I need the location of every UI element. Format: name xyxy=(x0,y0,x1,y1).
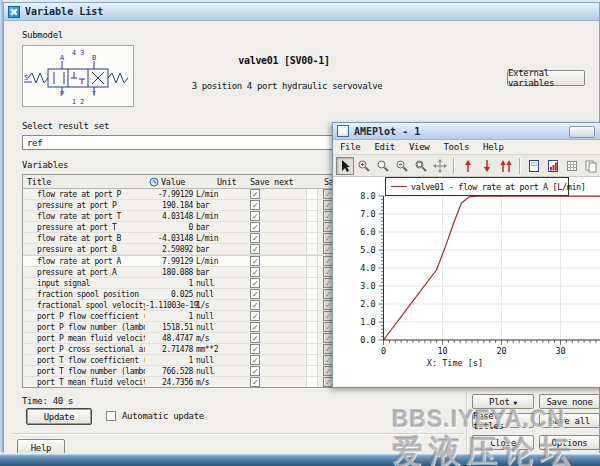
variable-unit: null xyxy=(193,290,243,299)
save-next-checkbox[interactable]: ✓ xyxy=(250,211,260,221)
save-next-checkbox[interactable]: ✓ xyxy=(250,189,260,199)
save-next-checkbox[interactable]: ✓ xyxy=(250,355,260,365)
chart: 0.01.02.03.04.05.06.07.08.00102030X: Tim… xyxy=(333,177,600,385)
save-next-checkbox[interactable]: ✓ xyxy=(250,344,260,354)
variable-title: pressure at port B xyxy=(23,245,145,254)
automatic-update-checkbox[interactable] xyxy=(106,411,116,421)
plot-canvas[interactable]: valve01 - flow rate at port A [L/min] 0.… xyxy=(333,177,600,386)
variable-value: 2.59892 xyxy=(145,245,193,254)
menu-tools[interactable]: Tools xyxy=(436,142,476,152)
options-button[interactable]: Options xyxy=(539,435,600,450)
valve-label-port-p: P xyxy=(60,90,64,98)
plot-legend[interactable]: valve01 - flow rate at port A [L/min] xyxy=(385,177,569,196)
variable-value: 48.4747 xyxy=(145,334,193,343)
save-next-checkbox[interactable]: ✓ xyxy=(250,289,260,299)
submodel-label: Submodel xyxy=(22,30,63,40)
menu-file[interactable]: File xyxy=(333,142,367,152)
menu-edit[interactable]: Edit xyxy=(367,142,401,152)
select-cursor-icon[interactable] xyxy=(336,157,354,175)
window-frame-bottom xyxy=(0,453,600,466)
ameplot-menubar: File Edit View Tools Help xyxy=(333,140,600,155)
svg-text:20: 20 xyxy=(496,346,506,356)
column-gap xyxy=(306,355,318,365)
svg-text:X: Time [s]: X: Time [s] xyxy=(427,358,483,368)
toolbar-separator xyxy=(519,158,521,174)
menu-view[interactable]: View xyxy=(402,142,436,152)
variable-unit: L/min xyxy=(193,190,243,199)
column-gap xyxy=(306,278,318,288)
save-next-checkbox[interactable]: ✓ xyxy=(250,267,260,277)
save-next-checkbox[interactable]: ✓ xyxy=(250,233,260,243)
column-gap xyxy=(306,189,318,199)
variable-title: pressure at port A xyxy=(23,268,145,277)
save-next-checkbox[interactable]: ✓ xyxy=(250,278,260,288)
svg-text:30: 30 xyxy=(555,346,565,356)
variable-list-titlebar[interactable]: Variable List xyxy=(4,3,599,21)
variable-title: port T mean fluid velocity xyxy=(23,378,145,387)
histogram-icon[interactable] xyxy=(544,157,562,175)
variable-unit: null xyxy=(193,279,243,288)
legend-line-sample xyxy=(391,186,407,187)
save-next-checkbox[interactable]: ✓ xyxy=(250,333,260,343)
svg-text:7.0: 7.0 xyxy=(360,209,375,219)
all-curves-icon[interactable] xyxy=(497,157,515,175)
save-none-button[interactable]: Save none xyxy=(539,394,600,409)
variable-value: 2.71478 xyxy=(145,345,193,354)
variable-value: -4.03148 xyxy=(145,234,193,243)
save-next-checkbox[interactable]: ✓ xyxy=(250,200,260,210)
save-next-checkbox[interactable]: ✓ xyxy=(250,222,260,232)
save-next-checkbox[interactable]: ✓ xyxy=(250,366,260,376)
grid-icon[interactable] xyxy=(563,157,581,175)
save-next-checkbox[interactable]: ✓ xyxy=(250,300,260,310)
reset-titles-button[interactable]: Reset titles xyxy=(472,413,534,428)
external-variables-button[interactable]: External variables xyxy=(507,70,585,86)
legend-text: valve01 - flow rate at port A [L/min] xyxy=(411,182,586,192)
variable-value: 4.03148 xyxy=(145,212,193,221)
variable-unit: mm**2 xyxy=(193,345,243,354)
variable-value: 766.528 xyxy=(145,367,193,376)
svg-text:10: 10 xyxy=(437,346,447,356)
zoom-in-icon[interactable] xyxy=(355,157,373,175)
save-next-checkbox[interactable]: ✓ xyxy=(250,244,260,254)
save-next-checkbox[interactable]: ✓ xyxy=(250,377,260,387)
next-curve-icon[interactable] xyxy=(478,157,496,175)
zoom-out-icon[interactable] xyxy=(393,157,411,175)
new-page-icon[interactable] xyxy=(525,157,543,175)
variable-unit: bar xyxy=(193,201,243,210)
svg-text:5.0: 5.0 xyxy=(360,245,375,255)
variable-title: port P cross sectional area xyxy=(23,345,145,354)
variable-title: input signal xyxy=(23,279,145,288)
plot-button[interactable]: Plot▼ xyxy=(472,394,534,409)
update-button[interactable]: Update xyxy=(26,408,92,425)
svg-text:4.0: 4.0 xyxy=(360,263,375,273)
save-all-button[interactable]: Save all xyxy=(539,413,600,428)
variable-title: pressure at port P xyxy=(23,201,145,210)
pan-icon[interactable] xyxy=(431,157,449,175)
window-frame-left xyxy=(0,0,3,452)
valve-label-port-b: B xyxy=(92,54,96,62)
variable-value: 7.99129 xyxy=(145,257,193,266)
copy-page-icon[interactable] xyxy=(582,157,600,175)
column-header-save-next[interactable]: Save next xyxy=(243,177,306,187)
column-header-value[interactable]: Value xyxy=(145,177,193,187)
ameplot-titlebar[interactable]: AMEPlot - 1 xyxy=(333,123,600,140)
window-control-button[interactable] xyxy=(569,126,595,138)
save-next-checkbox[interactable]: ✓ xyxy=(250,322,260,332)
menu-help[interactable]: Help xyxy=(476,142,510,152)
svg-text:2.0: 2.0 xyxy=(360,299,375,309)
close-button[interactable]: Close xyxy=(472,435,534,450)
column-header-title[interactable]: Title xyxy=(23,177,145,187)
variable-title: fractional spool velocity xyxy=(23,301,145,310)
column-header-unit[interactable]: Unit xyxy=(193,177,243,187)
variable-unit: L/min xyxy=(193,234,243,243)
column-gap xyxy=(306,322,318,332)
save-next-checkbox[interactable]: ✓ xyxy=(250,311,260,321)
variable-list-title: Variable List xyxy=(25,6,103,17)
zoom-window-icon[interactable] xyxy=(412,157,430,175)
zoom-original-icon[interactable] xyxy=(374,157,392,175)
save-next-checkbox[interactable]: ✓ xyxy=(250,256,260,266)
variable-unit: 1/s xyxy=(193,301,243,310)
svg-text:0: 0 xyxy=(381,346,386,356)
variable-value: 0.025 xyxy=(145,290,193,299)
prev-curve-icon[interactable] xyxy=(459,157,477,175)
